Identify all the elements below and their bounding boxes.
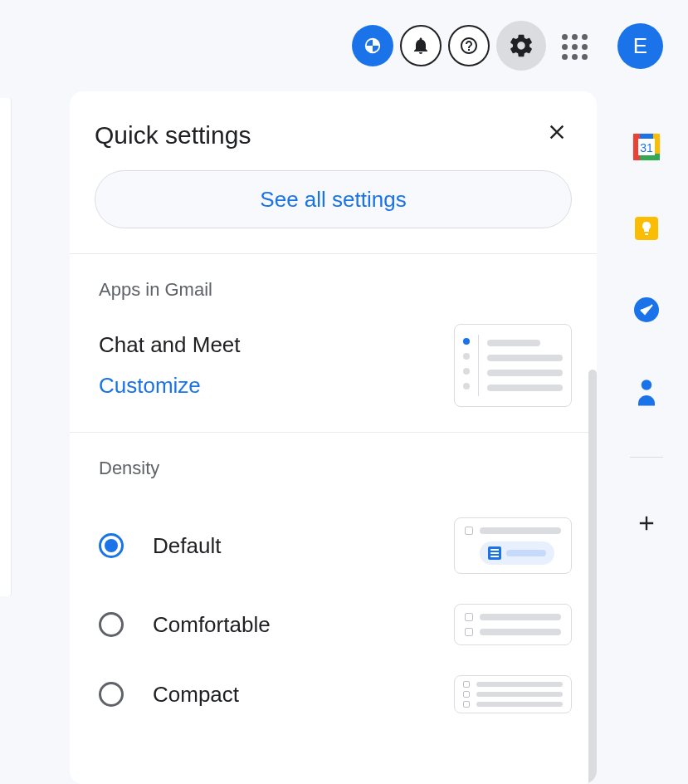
preview-dot-active: [463, 338, 470, 345]
labs-icon-button[interactable]: [352, 25, 393, 66]
apps-launcher-button[interactable]: [553, 25, 594, 66]
density-left: Compact: [99, 682, 239, 708]
apps-dot: [562, 54, 568, 60]
density-label: Compact: [153, 682, 239, 708]
account-avatar[interactable]: E: [617, 23, 663, 69]
preview-row: [465, 613, 561, 621]
left-edge: [0, 91, 12, 784]
add-app-button[interactable]: [631, 507, 662, 539]
radio-unchecked[interactable]: [99, 612, 124, 637]
apps-dot: [562, 34, 568, 40]
preview-checkbox: [465, 527, 473, 535]
radio-unchecked[interactable]: [99, 682, 124, 707]
customize-link[interactable]: Customize: [99, 373, 241, 399]
contacts-app-button[interactable]: [631, 375, 662, 407]
preview-checkbox: [463, 681, 470, 688]
density-preview-compact: [454, 675, 572, 713]
apps-dot: [572, 54, 578, 60]
preview-lines: [487, 335, 563, 396]
contacts-icon: [634, 376, 659, 406]
preview-row: [463, 691, 563, 698]
preview-line: [487, 355, 563, 361]
svg-text:31: 31: [640, 141, 653, 154]
quick-settings-panel: Quick settings See all settings Apps in …: [70, 91, 597, 784]
preview-line: [487, 340, 540, 346]
panel-wrapper: Quick settings See all settings Apps in …: [12, 91, 605, 784]
tasks-icon: [632, 295, 661, 325]
density-preview-default: [454, 517, 572, 574]
density-label: Default: [153, 533, 221, 559]
chat-meet-info: Chat and Meet Customize: [99, 332, 241, 399]
chat-meet-preview: [454, 324, 572, 407]
radio-checked[interactable]: [99, 533, 124, 558]
preview-line: [487, 385, 563, 391]
main-area: Quick settings See all settings Apps in …: [0, 91, 688, 784]
preview-checkbox: [465, 628, 473, 636]
density-option-comfortable[interactable]: Comfortable: [99, 589, 572, 660]
density-left: Default: [99, 533, 221, 559]
apps-dot: [582, 34, 588, 40]
keep-app-button[interactable]: [631, 213, 662, 244]
apps-dot: [562, 44, 568, 50]
preview-bar: [480, 629, 561, 635]
density-option-default[interactable]: Default: [99, 502, 572, 589]
right-sidebar: 31: [605, 91, 688, 784]
preview-row: [465, 628, 561, 636]
density-section: Density Default: [70, 433, 597, 753]
preview-bar: [480, 527, 561, 534]
plus-icon: [635, 512, 658, 535]
help-button[interactable]: [448, 25, 490, 66]
header-bar: E: [0, 0, 688, 91]
preview-dot: [463, 383, 470, 390]
calendar-icon: 31: [632, 132, 661, 162]
preview-bar: [476, 692, 563, 697]
density-label: Comfortable: [153, 612, 271, 638]
preview-bar: [476, 702, 563, 707]
preview-line: [487, 370, 563, 376]
preview-row: [463, 681, 563, 688]
close-icon: [545, 120, 568, 144]
question-icon: [459, 36, 479, 56]
preview-bar: [480, 614, 561, 620]
apps-dot: [572, 44, 578, 50]
preview-dots: [463, 335, 470, 396]
apps-section: Apps in Gmail Chat and Meet Customize: [70, 254, 597, 432]
preview-chip: [480, 541, 554, 565]
labs-icon: [364, 37, 382, 55]
preview-checkbox: [465, 613, 473, 621]
tasks-app-button[interactable]: [631, 294, 662, 326]
apps-dot: [572, 34, 578, 40]
apps-dot: [582, 44, 588, 50]
settings-button[interactable]: [496, 21, 546, 71]
svg-point-9: [642, 380, 652, 390]
gear-icon: [508, 32, 534, 59]
panel-title: Quick settings: [95, 121, 251, 149]
preview-checkbox: [463, 691, 470, 698]
document-icon: [488, 546, 501, 560]
preview-row: [465, 527, 561, 535]
see-all-settings-button[interactable]: See all settings: [95, 170, 572, 228]
preview-divider: [478, 335, 479, 396]
keep-icon: [632, 213, 661, 243]
preview-dot: [463, 368, 470, 375]
calendar-app-button[interactable]: 31: [631, 131, 662, 163]
chat-meet-row: Chat and Meet Customize: [99, 324, 572, 407]
scrollbar[interactable]: [588, 370, 597, 784]
preview-chip-bar: [506, 550, 546, 556]
density-option-compact[interactable]: Compact: [99, 660, 572, 728]
bell-icon: [411, 36, 431, 56]
preview-dot: [463, 353, 470, 360]
apps-section-title: Apps in Gmail: [99, 279, 572, 301]
left-panel-edge: [0, 98, 12, 596]
panel-header: Quick settings: [70, 91, 597, 170]
chat-meet-label: Chat and Meet: [99, 332, 241, 358]
density-section-title: Density: [99, 458, 572, 479]
notifications-button[interactable]: [400, 25, 442, 66]
sidebar-divider: [630, 457, 663, 458]
density-left: Comfortable: [99, 612, 271, 638]
density-preview-comfortable: [454, 604, 572, 645]
preview-bar: [476, 682, 563, 687]
close-button[interactable]: [542, 116, 572, 154]
preview-checkbox: [463, 701, 470, 708]
apps-dot: [582, 54, 588, 60]
